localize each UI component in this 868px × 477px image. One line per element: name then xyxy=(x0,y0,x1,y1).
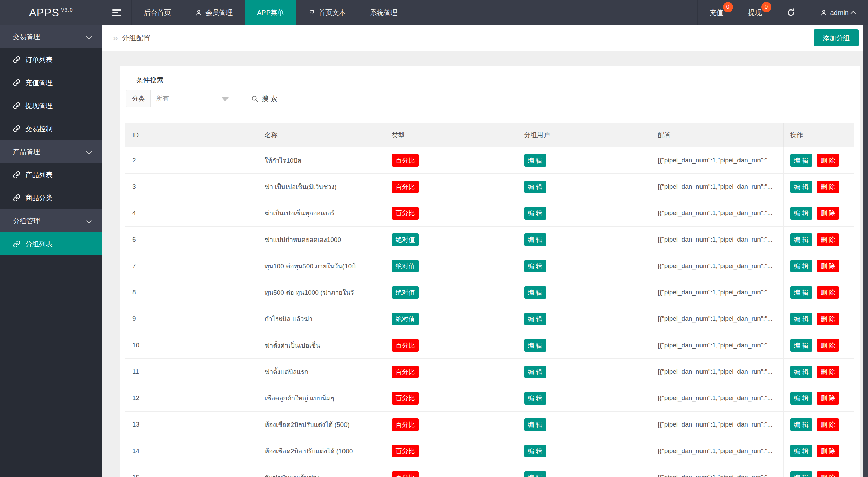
row-edit-button[interactable]: 编 辑 xyxy=(790,154,812,167)
row-edit-button[interactable]: 编 辑 xyxy=(790,181,812,193)
sidebar-item-product-list[interactable]: 产品列表 xyxy=(0,163,102,186)
sidebar-item-group-list[interactable]: 分组列表 xyxy=(0,232,102,255)
sidebar-section-group[interactable]: 分组管理 xyxy=(0,209,102,232)
cell-name: ห้องเชือด2บิลปรับแต่งได้ (500) xyxy=(258,411,385,438)
link-icon xyxy=(13,194,20,202)
row-delete-button[interactable]: 删 除 xyxy=(817,445,839,457)
row-delete-button[interactable]: 删 除 xyxy=(817,181,839,193)
link-icon xyxy=(13,125,20,132)
page-scrollbar[interactable] xyxy=(863,25,868,477)
withdraw-notifications[interactable]: 提现 0 xyxy=(736,0,774,25)
sidebar-item-label: 商品分类 xyxy=(25,193,53,203)
row-edit-button[interactable]: 编 辑 xyxy=(790,260,812,272)
row-edit-button[interactable]: 编 辑 xyxy=(790,233,812,246)
row-edit-button[interactable]: 编 辑 xyxy=(790,418,812,431)
group-user-edit-button[interactable]: 编 辑 xyxy=(524,260,546,272)
table-row: 8 ทุน500 ต่อ ทุน1000 (ฆ่าภายในวั 绝对值 编 辑… xyxy=(125,279,854,306)
group-user-edit-button[interactable]: 编 辑 xyxy=(524,471,546,477)
sidebar-section-trade[interactable]: 交易管理 xyxy=(0,25,102,48)
cell-id: 8 xyxy=(125,279,258,306)
main-area: » 分组配置 添加分组 条件搜索 分类 所有 xyxy=(102,25,863,477)
row-edit-button[interactable]: 编 辑 xyxy=(790,471,812,477)
group-user-edit-button[interactable]: 编 辑 xyxy=(524,181,546,193)
row-delete-button[interactable]: 删 除 xyxy=(817,207,839,220)
row-delete-button[interactable]: 删 除 xyxy=(817,286,839,299)
config-text: [{"pipei_dan_num":1,"pipei_dan_run":"... xyxy=(658,157,773,164)
row-delete-button[interactable]: 删 除 xyxy=(817,154,839,167)
nav-item-home-text[interactable]: 首页文本 xyxy=(296,0,358,25)
config-text: [{"pipei_dan_num":1,"pipei_dan_run":"... xyxy=(658,209,773,216)
recharge-notifications[interactable]: 充值 0 xyxy=(697,0,736,25)
cell-name: ฆ่าเป็นเปอเซ็นทุกออเดอร์ xyxy=(258,200,385,226)
group-user-edit-button[interactable]: 编 辑 xyxy=(524,233,546,246)
table-row: 4 ฆ่าเป็นเปอเซ็นทุกออเดอร์ 百分比 编 辑 [{"pi… xyxy=(125,200,854,226)
group-user-edit-button[interactable]: 编 辑 xyxy=(524,339,546,352)
cell-name: ฆ่าตั้งค่าเป็นเปอเซ็น xyxy=(258,332,385,358)
sidebar-item-label: 充值管理 xyxy=(25,78,53,87)
sidebar-item-order-list[interactable]: 订单列表 xyxy=(0,48,102,71)
add-group-button[interactable]: 添加分组 xyxy=(814,29,859,46)
row-edit-button[interactable]: 编 辑 xyxy=(790,392,812,405)
caret-down-icon xyxy=(222,97,229,101)
cell-id: 15 xyxy=(125,464,258,477)
group-user-edit-button[interactable]: 编 辑 xyxy=(524,445,546,457)
cell-id: 11 xyxy=(125,358,258,385)
nav-item-dashboard[interactable]: 后台首页 xyxy=(132,0,183,25)
nav-item-members[interactable]: 会员管理 xyxy=(183,0,245,25)
category-selected-value: 所有 xyxy=(156,94,169,103)
row-edit-button[interactable]: 编 辑 xyxy=(790,207,812,220)
row-delete-button[interactable]: 删 除 xyxy=(817,418,839,431)
config-text: [{"pipei_dan_num":1,"pipei_dan_run":"... xyxy=(658,447,773,454)
group-user-edit-button[interactable]: 编 辑 xyxy=(524,392,546,405)
group-user-edit-button[interactable]: 编 辑 xyxy=(524,418,546,431)
row-edit-button[interactable]: 编 辑 xyxy=(790,339,812,352)
app-logo-text: APPS xyxy=(29,6,59,19)
collapse-menu-button[interactable] xyxy=(102,0,132,25)
row-delete-button[interactable]: 删 除 xyxy=(817,471,839,477)
row-edit-button[interactable]: 编 辑 xyxy=(790,313,812,325)
user-menu[interactable]: admin xyxy=(808,0,868,25)
row-delete-button[interactable]: 删 除 xyxy=(817,260,839,272)
row-delete-button[interactable]: 删 除 xyxy=(817,366,839,378)
group-user-edit-button[interactable]: 编 辑 xyxy=(524,313,546,325)
table-row: 12 เชือดลูกค้าใหญ่ แบบนิ่มๆ 百分比 编 辑 [{"p… xyxy=(125,385,854,411)
sidebar-section-product[interactable]: 产品管理 xyxy=(0,140,102,163)
sidebar-item-recharge-mgmt[interactable]: 充值管理 xyxy=(0,71,102,94)
search-icon xyxy=(251,95,258,102)
group-user-edit-button[interactable]: 编 辑 xyxy=(524,154,546,167)
chevron-down-icon xyxy=(86,149,92,154)
row-edit-button[interactable]: 编 辑 xyxy=(790,286,812,299)
link-icon xyxy=(13,79,20,86)
sidebar-item-label: 交易控制 xyxy=(25,124,53,133)
row-delete-button[interactable]: 删 除 xyxy=(817,313,839,325)
row-delete-button[interactable]: 删 除 xyxy=(817,233,839,246)
row-delete-button[interactable]: 删 除 xyxy=(817,339,839,352)
config-text: [{"pipei_dan_num":1,"pipei_dan_run":"... xyxy=(658,474,773,477)
type-badge: 百分比 xyxy=(392,207,419,220)
sidebar-item-product-category[interactable]: 商品分类 xyxy=(0,186,102,209)
group-user-edit-button[interactable]: 编 辑 xyxy=(524,366,546,378)
row-edit-button[interactable]: 编 辑 xyxy=(790,366,812,378)
table-row: 11 ฆ่าตั้งแต่บิลแรก 百分比 编 辑 [{"pipei_dan… xyxy=(125,358,854,385)
flag-icon xyxy=(309,9,315,16)
refresh-button[interactable] xyxy=(774,0,808,25)
breadcrumb-bar: » 分组配置 添加分组 xyxy=(102,25,863,51)
nav-item-system[interactable]: 系统管理 xyxy=(358,0,410,25)
group-config-card: 条件搜索 分类 所有 搜 索 xyxy=(120,66,860,477)
top-navbar: APPS V3.0 后台首页 会员管理 APP菜单 首页文本 系统管理 充值 0… xyxy=(0,0,868,25)
sidebar-item-trade-control[interactable]: 交易控制 xyxy=(0,117,102,140)
cell-id: 13 xyxy=(125,411,258,438)
row-delete-button[interactable]: 删 除 xyxy=(817,392,839,405)
sidebar-item-withdraw-mgmt[interactable]: 提现管理 xyxy=(0,94,102,117)
table-row: 6 ฆ่าแปปกำหนดยอดเอง1000 绝对值 编 辑 [{"pipei… xyxy=(125,226,854,253)
cell-id: 9 xyxy=(125,306,258,332)
search-button[interactable]: 搜 索 xyxy=(244,90,284,107)
group-user-edit-button[interactable]: 编 辑 xyxy=(524,286,546,299)
group-user-edit-button[interactable]: 编 辑 xyxy=(524,207,546,220)
navbar-right: 充值 0 提现 0 admin xyxy=(697,0,868,25)
type-badge: 百分比 xyxy=(392,445,419,457)
nav-item-app-menu[interactable]: APP菜单 xyxy=(245,0,296,25)
row-edit-button[interactable]: 编 辑 xyxy=(790,445,812,457)
config-text: [{"pipei_dan_num":1,"pipei_dan_run":"... xyxy=(658,183,773,190)
category-select[interactable]: 所有 xyxy=(150,90,234,107)
